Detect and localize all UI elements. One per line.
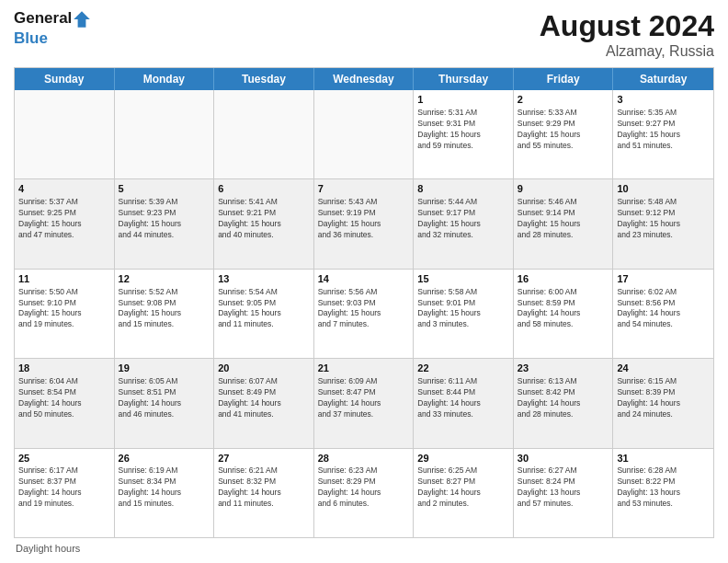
day-info: Sunrise: 5:52 AM Sunset: 9:08 PM Dayligh… bbox=[119, 287, 210, 331]
day-info: Sunrise: 6:02 AM Sunset: 8:56 PM Dayligh… bbox=[617, 287, 710, 331]
calendar-cell: 13Sunrise: 5:54 AM Sunset: 9:05 PM Dayli… bbox=[214, 270, 314, 358]
day-info: Sunrise: 5:41 AM Sunset: 9:21 PM Dayligh… bbox=[218, 197, 310, 241]
day-info: Sunrise: 6:21 AM Sunset: 8:32 PM Dayligh… bbox=[218, 465, 310, 510]
day-info: Sunrise: 5:58 AM Sunset: 9:01 PM Dayligh… bbox=[417, 287, 509, 331]
day-number: 16 bbox=[518, 272, 609, 286]
day-info: Sunrise: 5:54 AM Sunset: 9:05 PM Dayligh… bbox=[218, 287, 310, 331]
day-number: 3 bbox=[617, 93, 710, 107]
day-info: Sunrise: 5:44 AM Sunset: 9:17 PM Dayligh… bbox=[417, 197, 509, 241]
subtitle: Alzamay, Russia bbox=[540, 43, 714, 60]
calendar-cell: 27Sunrise: 6:21 AM Sunset: 8:32 PM Dayli… bbox=[214, 449, 314, 537]
day-number: 6 bbox=[218, 182, 310, 196]
calendar-row-4: 18Sunrise: 6:04 AM Sunset: 8:54 PM Dayli… bbox=[15, 358, 713, 447]
day-info: Sunrise: 6:27 AM Sunset: 8:24 PM Dayligh… bbox=[518, 465, 609, 510]
day-info: Sunrise: 6:09 AM Sunset: 8:47 PM Dayligh… bbox=[318, 376, 410, 420]
calendar-cell: 30Sunrise: 6:27 AM Sunset: 8:24 PM Dayli… bbox=[514, 449, 614, 537]
calendar-cell: 29Sunrise: 6:25 AM Sunset: 8:27 PM Dayli… bbox=[414, 449, 514, 537]
day-number: 15 bbox=[417, 272, 509, 286]
day-info: Sunrise: 5:31 AM Sunset: 9:31 PM Dayligh… bbox=[417, 108, 509, 152]
day-number: 31 bbox=[617, 452, 710, 465]
day-number: 22 bbox=[417, 362, 509, 375]
calendar-cell bbox=[115, 90, 215, 178]
calendar-row-1: 1Sunrise: 5:31 AM Sunset: 9:31 PM Daylig… bbox=[15, 90, 713, 178]
day-number: 13 bbox=[218, 272, 310, 286]
calendar-cell: 14Sunrise: 5:56 AM Sunset: 9:03 PM Dayli… bbox=[314, 270, 415, 358]
calendar-cell: 9Sunrise: 5:46 AM Sunset: 9:14 PM Daylig… bbox=[514, 179, 614, 268]
day-info: Sunrise: 6:25 AM Sunset: 8:27 PM Dayligh… bbox=[417, 465, 509, 510]
calendar-cell: 3Sunrise: 5:35 AM Sunset: 9:27 PM Daylig… bbox=[613, 90, 713, 178]
day-number: 27 bbox=[218, 452, 310, 465]
day-number: 24 bbox=[617, 362, 710, 375]
calendar-cell: 21Sunrise: 6:09 AM Sunset: 8:47 PM Dayli… bbox=[314, 359, 415, 447]
calendar-cell: 20Sunrise: 6:07 AM Sunset: 8:49 PM Dayli… bbox=[214, 359, 314, 447]
svg-marker-0 bbox=[74, 11, 91, 28]
day-number: 2 bbox=[518, 93, 609, 107]
header-thursday: Thursday bbox=[414, 68, 514, 90]
day-info: Sunrise: 6:23 AM Sunset: 8:29 PM Dayligh… bbox=[318, 465, 410, 510]
calendar-row-5: 25Sunrise: 6:17 AM Sunset: 8:37 PM Dayli… bbox=[15, 448, 713, 537]
title-block: August 2024 Alzamay, Russia bbox=[540, 9, 714, 60]
day-number: 12 bbox=[119, 272, 210, 286]
calendar-cell: 11Sunrise: 5:50 AM Sunset: 9:10 PM Dayli… bbox=[15, 270, 115, 358]
day-number: 9 bbox=[518, 182, 609, 196]
calendar-cell: 15Sunrise: 5:58 AM Sunset: 9:01 PM Dayli… bbox=[414, 270, 514, 358]
day-number: 18 bbox=[18, 362, 110, 375]
day-info: Sunrise: 6:28 AM Sunset: 8:22 PM Dayligh… bbox=[617, 465, 710, 510]
day-number: 26 bbox=[119, 452, 210, 465]
day-info: Sunrise: 6:13 AM Sunset: 8:42 PM Dayligh… bbox=[518, 376, 609, 420]
day-number: 21 bbox=[318, 362, 410, 375]
calendar-header: Sunday Monday Tuesday Wednesday Thursday… bbox=[15, 68, 713, 90]
calendar-cell: 12Sunrise: 5:52 AM Sunset: 9:08 PM Dayli… bbox=[115, 270, 215, 358]
logo-text: General bbox=[14, 9, 92, 29]
calendar-cell: 28Sunrise: 6:23 AM Sunset: 8:29 PM Dayli… bbox=[314, 449, 415, 537]
day-info: Sunrise: 6:19 AM Sunset: 8:34 PM Dayligh… bbox=[119, 465, 210, 510]
header: General Blue August 2024 Alzamay, Russia bbox=[14, 9, 714, 60]
header-friday: Friday bbox=[514, 68, 614, 90]
day-number: 4 bbox=[18, 182, 110, 196]
logo-blue: Blue bbox=[14, 29, 92, 48]
day-number: 14 bbox=[318, 272, 410, 286]
calendar-cell: 4Sunrise: 5:37 AM Sunset: 9:25 PM Daylig… bbox=[15, 179, 115, 268]
footer-note: Daylight hours bbox=[14, 543, 714, 554]
calendar-body: 1Sunrise: 5:31 AM Sunset: 9:31 PM Daylig… bbox=[15, 90, 713, 537]
day-info: Sunrise: 6:17 AM Sunset: 8:37 PM Dayligh… bbox=[18, 465, 110, 510]
header-saturday: Saturday bbox=[613, 68, 713, 90]
day-info: Sunrise: 5:46 AM Sunset: 9:14 PM Dayligh… bbox=[518, 197, 609, 241]
logo: General Blue bbox=[14, 9, 92, 48]
day-number: 8 bbox=[417, 182, 509, 196]
day-info: Sunrise: 5:56 AM Sunset: 9:03 PM Dayligh… bbox=[318, 287, 410, 331]
calendar-cell: 18Sunrise: 6:04 AM Sunset: 8:54 PM Dayli… bbox=[15, 359, 115, 447]
day-info: Sunrise: 5:50 AM Sunset: 9:10 PM Dayligh… bbox=[18, 287, 110, 331]
header-wednesday: Wednesday bbox=[314, 68, 415, 90]
calendar-row-3: 11Sunrise: 5:50 AM Sunset: 9:10 PM Dayli… bbox=[15, 269, 713, 358]
calendar-row-2: 4Sunrise: 5:37 AM Sunset: 9:25 PM Daylig… bbox=[15, 178, 713, 268]
day-info: Sunrise: 5:43 AM Sunset: 9:19 PM Dayligh… bbox=[318, 197, 410, 241]
calendar-cell: 26Sunrise: 6:19 AM Sunset: 8:34 PM Dayli… bbox=[115, 449, 215, 537]
calendar-cell bbox=[314, 90, 415, 178]
day-info: Sunrise: 6:07 AM Sunset: 8:49 PM Dayligh… bbox=[218, 376, 310, 420]
calendar-cell: 16Sunrise: 6:00 AM Sunset: 8:59 PM Dayli… bbox=[514, 270, 614, 358]
calendar-cell: 6Sunrise: 5:41 AM Sunset: 9:21 PM Daylig… bbox=[214, 179, 314, 268]
calendar-cell: 17Sunrise: 6:02 AM Sunset: 8:56 PM Dayli… bbox=[613, 270, 713, 358]
day-info: Sunrise: 6:05 AM Sunset: 8:51 PM Dayligh… bbox=[119, 376, 210, 420]
header-sunday: Sunday bbox=[15, 68, 115, 90]
day-number: 20 bbox=[218, 362, 310, 375]
calendar: Sunday Monday Tuesday Wednesday Thursday… bbox=[14, 67, 714, 538]
day-number: 25 bbox=[18, 452, 110, 465]
calendar-cell: 10Sunrise: 5:48 AM Sunset: 9:12 PM Dayli… bbox=[613, 179, 713, 268]
day-info: Sunrise: 5:33 AM Sunset: 9:29 PM Dayligh… bbox=[518, 108, 609, 152]
calendar-cell: 7Sunrise: 5:43 AM Sunset: 9:19 PM Daylig… bbox=[314, 179, 415, 268]
header-tuesday: Tuesday bbox=[214, 68, 314, 90]
calendar-cell: 1Sunrise: 5:31 AM Sunset: 9:31 PM Daylig… bbox=[414, 90, 514, 178]
header-monday: Monday bbox=[115, 68, 215, 90]
calendar-cell: 19Sunrise: 6:05 AM Sunset: 8:51 PM Dayli… bbox=[115, 359, 215, 447]
day-info: Sunrise: 5:37 AM Sunset: 9:25 PM Dayligh… bbox=[18, 197, 110, 241]
day-info: Sunrise: 6:11 AM Sunset: 8:44 PM Dayligh… bbox=[417, 376, 509, 420]
calendar-cell: 31Sunrise: 6:28 AM Sunset: 8:22 PM Dayli… bbox=[613, 449, 713, 537]
day-number: 17 bbox=[617, 272, 710, 286]
calendar-cell: 25Sunrise: 6:17 AM Sunset: 8:37 PM Dayli… bbox=[15, 449, 115, 537]
calendar-cell: 2Sunrise: 5:33 AM Sunset: 9:29 PM Daylig… bbox=[514, 90, 614, 178]
day-number: 19 bbox=[119, 362, 210, 375]
day-info: Sunrise: 5:48 AM Sunset: 9:12 PM Dayligh… bbox=[617, 197, 710, 241]
calendar-cell: 24Sunrise: 6:15 AM Sunset: 8:39 PM Dayli… bbox=[613, 359, 713, 447]
